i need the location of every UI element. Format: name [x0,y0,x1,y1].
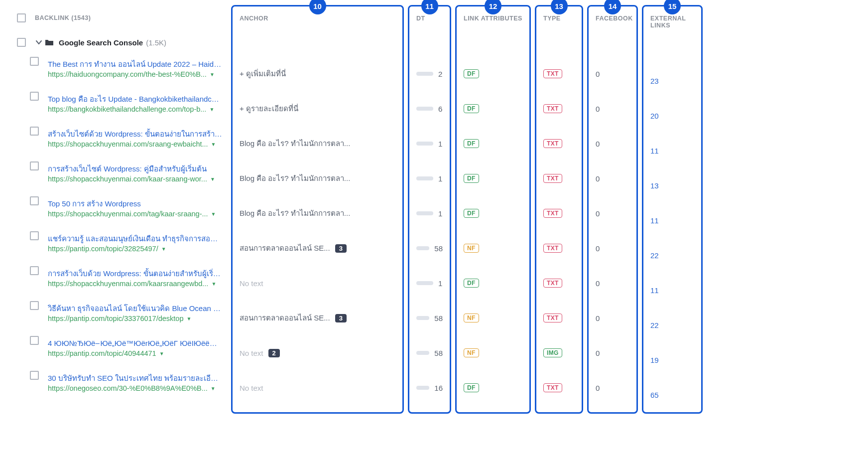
data-cell: 6 [409,91,450,126]
row-checkbox[interactable] [30,231,39,240]
backlink-url[interactable]: https://shopacckhuyenmai.com/kaarsraange… [48,279,222,290]
backlink-title[interactable]: วิธีค้นหา ธุรกิจออนไลน์ โดยใช้แนวคิด Blu… [48,303,222,314]
row-checkbox[interactable] [30,161,39,170]
external-links-value[interactable]: 22 [650,321,659,329]
type-tag: TXT [543,174,562,183]
data-cell: 19 [643,342,701,377]
backlink-title[interactable]: The Best การ ทํางาน ออนไลน์ Update 2022 … [48,59,222,69]
data-cell: DF [457,196,529,231]
url-dropdown-icon[interactable]: ▼ [211,385,216,392]
external-links-value[interactable]: 11 [650,147,659,155]
anchor-text: Blog คือ อะไร? ทำไมนักการตลา... [240,172,350,184]
external-links-value[interactable]: 20 [650,112,659,120]
url-dropdown-icon[interactable]: ▼ [209,106,214,113]
dt-value: 16 [434,384,443,392]
link-attribute-tag: DF [464,279,479,288]
url-dropdown-icon[interactable]: ▼ [211,210,216,218]
group-checkbox[interactable] [17,38,26,47]
backlink-url[interactable]: https://pantip.com/topic/40944471▼ [48,348,222,359]
backlink-title[interactable]: สร้างเว็บไซต์ด้วย Wordpress: ขั้นตอนง่าย… [48,129,222,139]
data-cell: No text2 [233,335,402,370]
backlink-title[interactable]: การสร้างเว็บไซต์ Wordpress: คู่มือสำหรับ… [48,163,222,174]
data-cell: 1 [409,266,450,301]
external-links-value[interactable]: 11 [650,286,659,295]
backlink-title[interactable]: Top 50 การ สร้าง Wordpress [48,198,222,209]
row-checkbox[interactable] [30,92,39,101]
external-links-value[interactable]: 22 [650,251,659,260]
external-links-value[interactable]: 13 [650,181,659,190]
select-all-checkbox[interactable] [17,13,26,22]
link-attributes-column: 12LINK ATTRIBUTESDFDFDFDFDFNFDFNFNFDF [455,5,531,414]
external-links-value[interactable]: 19 [650,356,659,364]
row-checkbox[interactable] [30,266,39,275]
data-cell: + ดูเพิ่มเติมที่นี่ [233,56,402,91]
data-cell: DF [457,91,529,126]
data-cell: TXT [536,161,582,196]
url-dropdown-icon[interactable]: ▼ [186,315,191,322]
backlink-url[interactable]: https://pantip.com/topic/32825497/▼ [48,244,222,255]
data-cell: No text [233,266,402,301]
url-dropdown-icon[interactable]: ▼ [210,71,215,78]
dt-bar [416,176,433,180]
url-dropdown-icon[interactable]: ▼ [210,175,215,183]
data-cell: 16 [409,370,450,405]
backlink-url[interactable]: https://shopacckhuyenmai.com/sraang-ewba… [48,139,222,150]
row-checkbox[interactable] [30,301,39,310]
chevron-down-icon[interactable] [35,40,43,45]
url-dropdown-icon[interactable]: ▼ [161,245,166,253]
backlink-url[interactable]: https://onegoseo.com/30-%E0%B8%9A%E0%B..… [48,383,222,394]
row-checkbox[interactable] [30,57,39,66]
data-cell: 22 [643,238,701,273]
url-dropdown-icon[interactable]: ▼ [211,141,216,148]
dt-value: 6 [438,105,442,113]
data-cell: 20 [643,98,701,133]
backlink-title[interactable]: การสร้างเว็บด้วย Wordpress: ขั้นตอนง่ายส… [48,268,222,279]
external-links-value[interactable]: 11 [650,216,659,225]
anchor-column: 10ANCHOR+ ดูเพิ่มเติมที่นี่+ ดูรายละเอีย… [231,5,404,414]
url-dropdown-icon[interactable]: ▼ [159,350,164,357]
data-cell: DF [457,370,529,405]
backlink-title[interactable]: แชร์ความรู้ และสอนมนุษย์เงินเดือน ทำธุรก… [48,233,222,244]
url-dropdown-icon[interactable]: ▼ [211,280,216,288]
backlink-url[interactable]: https://shopacckhuyenmai.com/kaar-sraang… [48,174,222,185]
column-spacer [536,30,582,56]
data-cell: 0 [589,91,636,126]
column-spacer [643,37,701,63]
backlink-text: วิธีค้นหา ธุรกิจออนไลน์ โดยใช้แนวคิด Blu… [48,301,222,324]
data-cell: 23 [643,63,701,98]
data-cell: + ดูรายละเอียดที่นี่ [233,91,402,126]
backlink-title[interactable]: 4 ЮЮ№ЂЮё‒Юё„Юё™ЮёrЮё„ЮёГ ЮёIЮёёЮ№›... [48,338,222,348]
group-row[interactable]: Google Search Console(1.5K) [5,31,229,54]
row-checkbox[interactable] [30,127,39,136]
anchor-text: No text [240,279,263,288]
row-checkbox[interactable] [30,196,39,205]
type-column: 13TYPETXTTXTTXTTXTTXTTXTTXTTXTIMGTXT [535,5,583,414]
backlink-url[interactable]: https://pantip.com/topic/33376017/deskto… [48,314,222,324]
data-cell: TXT [536,266,582,301]
data-cell: NF [457,335,529,370]
backlink-url[interactable]: https://haiduongcompany.com/the-best-%E0… [48,69,222,80]
anchor-text: No text [240,349,263,357]
anchor-text: Blog คือ อะไร? ทำไมนักการตลา... [240,138,350,150]
link-attribute-tag: NF [464,314,479,322]
type-tag: TXT [543,69,562,78]
link-attribute-tag: DF [464,174,479,183]
row-checkbox[interactable] [30,371,39,380]
facebook-value: 0 [596,140,600,148]
type-tag: TXT [543,139,562,148]
data-cell: DF [457,126,529,161]
row-checkbox[interactable] [30,336,39,345]
data-cell: สอนการตลาดออนไลน์ SE...3 [233,231,402,266]
facebook-value: 0 [596,279,600,288]
external-links-value[interactable]: 65 [650,391,659,399]
backlink-title[interactable]: 30 บริษัทรับทำ SEO ในประเทศไทย พร้อมรายล… [48,373,222,383]
type-tag: TXT [543,209,562,218]
backlink-url[interactable]: https://shopacckhuyenmai.com/tag/kaar-sr… [48,209,222,220]
external-links-value[interactable]: 23 [650,77,659,85]
type-tag: TXT [543,314,562,322]
backlink-title[interactable]: Top blog คือ อะไร Update - Bangkokbiketh… [48,94,222,104]
backlink-url[interactable]: https://bangkokbikethailandchallenge.com… [48,104,222,115]
backlink-text: 4 ЮЮ№ЂЮё‒Юё„Юё™ЮёrЮё„ЮёГ ЮёIЮёёЮ№›...htt… [48,336,222,359]
backlink-text: The Best การ ทํางาน ออนไลน์ Update 2022 … [48,57,222,80]
data-cell: สอนการตลาดออนไลน์ SE...3 [233,301,402,335]
